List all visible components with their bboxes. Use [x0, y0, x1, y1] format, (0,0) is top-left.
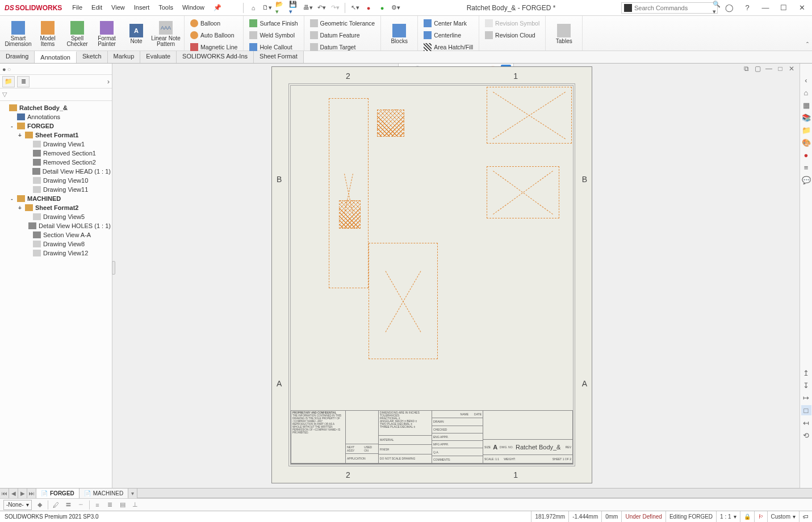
area-hatch-button[interactable]: Area Hatch/Fill [424, 42, 473, 52]
blocks-button[interactable]: Blocks [384, 23, 414, 44]
line-style-icon[interactable]: ┈ [77, 501, 86, 509]
model-items-button[interactable]: Model Items [33, 20, 62, 47]
sheet-tab-machined[interactable]: 📄MACHINED [79, 489, 128, 498]
center-mark-button[interactable]: Center Mark [424, 18, 473, 28]
settings-icon[interactable]: ⚙▾ [391, 3, 401, 13]
sheet-tab-forged[interactable]: 📄FORGED [36, 489, 79, 498]
orient-top-icon[interactable]: ↥ [801, 368, 811, 378]
tree-node[interactable]: -FORGED [1, 121, 111, 130]
tree-node[interactable]: +Sheet Format1 [1, 130, 111, 140]
sheet-prev-icon[interactable]: ◀ [9, 489, 18, 498]
drawing-view-box[interactable] [329, 98, 369, 288]
tree-expander-icon[interactable]: + [17, 132, 23, 138]
line-color-icon[interactable]: 🖊 [52, 501, 61, 509]
auto-balloon-button[interactable]: Auto Balloon [190, 30, 237, 40]
traffic-green-icon[interactable]: ● [377, 3, 387, 13]
tab-drawing[interactable]: Drawing [0, 51, 35, 63]
sheet-first-icon[interactable]: ⏮ [0, 489, 9, 498]
home-task-icon[interactable]: ⌂ [801, 87, 811, 98]
redo-icon[interactable]: ↷▾ [330, 3, 340, 13]
help-icon[interactable]: ? [740, 2, 754, 14]
resources-icon[interactable]: ▦ [801, 100, 811, 110]
mdi-tile-icon[interactable]: ▢ [753, 65, 762, 73]
arrow-left-icon[interactable]: ‹ [801, 75, 811, 85]
layer-props-icon[interactable]: ◆ [35, 501, 44, 509]
revision-symbol-button[interactable]: Revision Symbol [485, 18, 539, 28]
geometric-tolerance-button[interactable]: Geometric Tolerance [310, 18, 375, 28]
magnetic-line-button[interactable]: Magnetic Line [190, 42, 237, 52]
menu-pin-icon[interactable]: 📌 [210, 2, 225, 14]
undo-icon[interactable]: ↶▾ [316, 3, 327, 13]
title-block[interactable]: PROPRIETARY AND CONFIDENTIAL THE INFORMA… [291, 410, 573, 464]
tab-evaluate[interactable]: Evaluate [140, 51, 177, 63]
tree-node[interactable]: Removed Section1 [1, 149, 111, 158]
tree-node[interactable]: -MACHINED [1, 194, 111, 203]
ribbon-collapse-icon[interactable]: ˆ [806, 41, 809, 49]
tree-node[interactable]: +Sheet Format2 [1, 203, 111, 212]
command-search-input[interactable] [634, 5, 713, 11]
spell-checker-button[interactable]: Spell Checker [62, 20, 92, 47]
hole-callout-button[interactable]: Hole Callout [249, 42, 298, 52]
login-icon[interactable]: ◯ [722, 2, 736, 14]
status-flag-icon[interactable]: 🏳 [754, 511, 767, 522]
appearances-icon[interactable]: ● [801, 150, 811, 160]
revision-cloud-button[interactable]: Revision Cloud [485, 30, 539, 40]
status-units[interactable]: Custom ▾ [767, 511, 799, 522]
format-painter-button[interactable]: Format Painter [92, 20, 122, 47]
tree-node[interactable]: Ratchet Body_& [1, 103, 111, 112]
drawing-view-hatch[interactable] [339, 200, 361, 229]
color-display-icon[interactable]: ▤ [118, 501, 127, 509]
tree-node[interactable]: Drawing View1 [1, 140, 111, 149]
tab-markup[interactable]: Markup [108, 51, 141, 63]
feature-tree[interactable]: Ratchet Body_&Annotations-FORGED+Sheet F… [0, 101, 112, 488]
tree-expander-icon[interactable]: - [9, 196, 15, 202]
select-icon[interactable]: ↖▾ [350, 3, 360, 13]
tree-node[interactable]: Section View A-A [1, 230, 111, 239]
orient-front-icon[interactable]: □ [801, 405, 811, 415]
drawing-view-hatch[interactable] [377, 110, 404, 137]
traffic-red-icon[interactable]: ● [363, 3, 374, 13]
tree-node[interactable]: Drawing View12 [1, 249, 111, 258]
sheet-next-icon[interactable]: ▶ [18, 489, 27, 498]
tables-button[interactable]: Tables [549, 23, 579, 44]
status-lock-icon[interactable]: 🔒 [740, 511, 754, 522]
weld-symbol-button[interactable]: Weld Symbol [249, 30, 298, 40]
view-palette-icon[interactable]: 🎨 [801, 137, 811, 148]
tree-node[interactable]: Removed Section2 [1, 158, 111, 167]
new-icon[interactable]: 🗋▾ [262, 3, 272, 13]
tree-node[interactable]: Detail View HOLES (1 : 1) [1, 221, 111, 230]
note-button[interactable]: ANote [122, 23, 151, 44]
orient-right-icon[interactable]: ↦ [801, 393, 811, 403]
sheet-last-icon[interactable]: ⏭ [27, 489, 36, 498]
mdi-maximize-icon[interactable]: □ [776, 65, 785, 73]
custom-props-icon[interactable]: ≡ [801, 162, 811, 172]
search-icon[interactable]: 🔍▾ [713, 1, 721, 15]
balloon-button[interactable]: Balloon [190, 18, 237, 28]
close-button[interactable]: ✕ [795, 2, 809, 14]
tree-expander-icon[interactable]: - [9, 123, 15, 129]
orient-bottom-icon[interactable]: ↧ [801, 380, 811, 390]
drawing-view-box[interactable] [487, 87, 572, 144]
drawing-sheet[interactable]: 2 1 2 1 B A B A [271, 66, 592, 483]
open-icon[interactable]: 📂▾ [275, 3, 286, 13]
property-tab-icon[interactable]: ≣ [17, 76, 30, 87]
menu-file[interactable]: File [69, 2, 86, 14]
graphics-area[interactable]: ⤢ 🔍 ↺ ◫ ◧ ▦ 👁 🎨 🌐 ⧉ ▢ — □ ✕ 2 1 2 1 B [112, 64, 800, 488]
show-edge-icon[interactable]: ≣ [106, 501, 115, 509]
tree-node[interactable]: Annotations [1, 112, 111, 121]
minimize-button[interactable]: — [759, 2, 772, 14]
sheet-add-icon[interactable]: ▾ [128, 489, 137, 498]
layer-selector[interactable]: -None-▾ [3, 500, 32, 510]
menu-edit[interactable]: Edit [88, 2, 106, 14]
linear-note-pattern-button[interactable]: AAALinear Note Pattern [151, 20, 181, 47]
drawing-view-box[interactable] [487, 166, 559, 218]
tab-sketch[interactable]: Sketch [77, 51, 108, 63]
save-icon[interactable]: 💾▾ [289, 3, 299, 13]
hide-edge-icon[interactable]: ≡ [93, 501, 102, 509]
datum-feature-button[interactable]: Datum Feature [310, 30, 375, 40]
line-thick-icon[interactable]: 〓 [64, 501, 73, 509]
feature-tree-tab-icon[interactable]: 📁 [2, 76, 15, 87]
status-tag-icon[interactable]: 🏷 [799, 511, 812, 522]
orient-reset-icon[interactable]: ⟲ [801, 430, 811, 440]
file-explorer-icon[interactable]: 📁 [801, 125, 811, 135]
